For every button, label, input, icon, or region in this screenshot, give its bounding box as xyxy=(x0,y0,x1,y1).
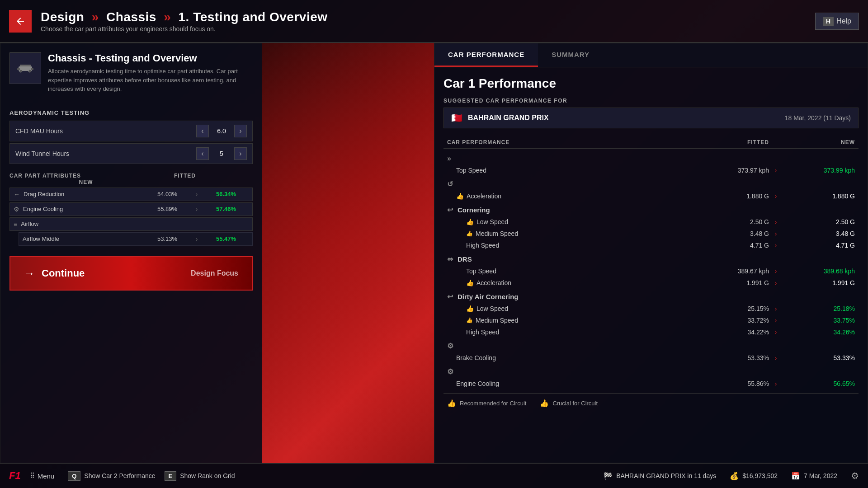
accel-icon: ↺ xyxy=(447,180,453,188)
breadcrumb-sep2: » xyxy=(164,10,171,24)
drs-accel-name: 👍 Acceleration xyxy=(466,279,697,286)
legend-crucial: 👍 Crucial for Circuit xyxy=(540,399,598,408)
dirty-low-thumb: 👍 xyxy=(466,305,474,312)
back-button[interactable] xyxy=(9,10,32,33)
airflow-middle-arrow: › xyxy=(190,235,203,243)
airflow-icon: ≡ xyxy=(14,221,17,228)
dirty-med-new: 33.75% xyxy=(783,317,855,324)
drs-topspeed-new: 389.68 kph xyxy=(783,267,855,275)
brake-fitted: 53.33% xyxy=(697,354,769,361)
drs-topspeed-name: Top Speed xyxy=(466,267,697,275)
cornering-med-name: 👍 Medium Speed xyxy=(466,230,697,237)
continue-button[interactable]: → Continue Design Focus xyxy=(9,256,253,291)
cornering-low-arrow: › xyxy=(769,218,783,225)
race-date: 18 Mar, 2022 (11 Days) xyxy=(785,114,851,122)
cornering-low-thumb: 👍 xyxy=(466,218,474,225)
perf-section-cornering: ↩ Cornering xyxy=(443,202,859,216)
drag-fitted: 54.03% xyxy=(145,191,190,197)
engine-fitted: 55.89% xyxy=(145,206,190,212)
drag-new: 56.34% xyxy=(203,191,249,197)
race-status-text: BAHRAIN GRAND PRIX in 11 days xyxy=(616,472,716,479)
cornering-high-fitted: 4.71 G xyxy=(697,242,769,249)
menu-button[interactable]: ⠿ Menu xyxy=(30,472,55,480)
cornering-med-arrow: › xyxy=(769,230,783,237)
perf-section-brake: ⚙ xyxy=(443,338,859,352)
dirty-med-arrow: › xyxy=(769,317,783,324)
dirty-icon: ↩ xyxy=(447,292,453,301)
funds-status: 💰 $16,973,502 xyxy=(730,472,778,480)
cornering-icon: ↩ xyxy=(447,206,453,214)
status-right: 🏁 BAHRAIN GRAND PRIX in 11 days 💰 $16,97… xyxy=(604,470,859,481)
airflow-name: Airflow xyxy=(21,221,38,227)
perf-row-cornering-high: High Speed 4.71 G › 4.71 G xyxy=(443,239,859,251)
cfd-row: CFD MAU Hours ‹ 6.0 › xyxy=(9,121,253,141)
right-tabs: CAR PERFORMANCE SUMMARY xyxy=(434,43,868,67)
engine-icon: ⚙ xyxy=(14,206,19,213)
dirty-label: Dirty Air Cornering xyxy=(458,293,518,300)
help-label: Help xyxy=(836,17,851,25)
legend-row: 👍 Recommended for Circuit 👍 Crucial for … xyxy=(443,393,859,413)
q-key: Q xyxy=(68,471,80,481)
wind-value: 5 xyxy=(212,150,231,157)
perf-col-fitted: FITTED xyxy=(697,139,769,145)
perf-section-dirty: ↩ Dirty Air Cornering xyxy=(443,289,859,303)
attr-airflow-middle: Airflow Middle 53.13% › 55.47% xyxy=(19,232,253,246)
breadcrumb: Design » Chassis » 1. Testing and Overvi… xyxy=(41,10,815,24)
perf-row-drs-topspeed: Top Speed 389.67 kph › 389.68 kph xyxy=(443,265,859,277)
cfd-increase[interactable]: › xyxy=(234,125,247,137)
engine-name: Engine Cooling xyxy=(23,206,63,212)
cfd-decrease[interactable]: ‹ xyxy=(196,125,209,137)
drs-topspeed-fitted: 389.67 kph xyxy=(697,267,769,275)
funds-text: $16,973,502 xyxy=(742,472,778,479)
cfd-control: ‹ 6.0 › xyxy=(196,125,247,137)
drag-name: Drag Reduction xyxy=(24,191,64,197)
calendar-icon: 📅 xyxy=(791,472,800,480)
legend-cru-icon: 👍 xyxy=(540,399,549,408)
wind-decrease[interactable]: ‹ xyxy=(196,147,209,160)
breadcrumb-design: Design xyxy=(41,10,84,24)
svg-rect-2 xyxy=(17,68,20,70)
funds-icon: 💰 xyxy=(730,472,739,480)
continue-arrow-icon: → xyxy=(24,267,35,280)
left-panel: Chassis - Testing and Overview Allocate … xyxy=(0,43,262,463)
perf-row-cornering-med: 👍 Medium Speed 3.48 G › 3.48 G xyxy=(443,228,859,239)
topspeed-name: Top Speed xyxy=(456,167,697,174)
settings-button[interactable]: ⚙ xyxy=(851,470,859,481)
attr-drag-reduction: ← Drag Reduction 54.03% › 56.34% xyxy=(9,188,253,201)
grid-label: Show Rank on Grid xyxy=(180,472,235,479)
perf-section-drs: ⇔ DRS xyxy=(443,251,859,265)
wind-control: ‹ 5 › xyxy=(196,147,247,160)
engine-arrow: › xyxy=(190,206,203,213)
dirty-med-name: 👍 Medium Speed xyxy=(466,317,697,324)
attr-section-label: CAR PART ATTRIBUTES xyxy=(9,173,162,179)
cornering-high-new: 4.71 G xyxy=(783,242,855,249)
header-subtitle: Choose the car part attributes your engi… xyxy=(41,25,815,33)
dirty-low-arrow: › xyxy=(769,305,783,312)
header: Design » Chassis » 1. Testing and Overvi… xyxy=(0,0,868,43)
wind-increase[interactable]: › xyxy=(234,147,247,160)
engine-new: 57.46% xyxy=(203,206,249,212)
drs-accel-arrow: › xyxy=(769,279,783,286)
dirty-low-new: 25.18% xyxy=(783,305,855,312)
car2-label: Show Car 2 Performance xyxy=(84,472,155,479)
tab-car-performance[interactable]: CAR PERFORMANCE xyxy=(434,43,538,67)
accel-arrow: › xyxy=(769,192,783,200)
e-key: E xyxy=(165,471,177,481)
shortcuts: Q Show Car 2 Performance E Show Rank on … xyxy=(68,471,604,481)
chassis-icon xyxy=(9,52,41,84)
eng-cool-name: Engine Cooling xyxy=(456,380,697,387)
legend-rec-icon: 👍 xyxy=(447,399,456,408)
perf-section-accel: ↺ xyxy=(443,176,859,190)
breadcrumb-chassis: Chassis xyxy=(106,10,156,24)
dirty-med-thumb: 👍 xyxy=(466,317,473,324)
help-button[interactable]: H Help xyxy=(815,13,859,30)
race-status-icon: 🏁 xyxy=(604,472,613,480)
right-content: Car 1 Performance SUGGESTED CAR PERFORMA… xyxy=(434,67,868,463)
tab-summary[interactable]: SUMMARY xyxy=(538,43,603,67)
dirty-low-name: 👍 Low Speed xyxy=(466,305,697,312)
shortcut-grid: E Show Rank on Grid xyxy=(165,471,235,481)
topspeed-fitted: 373.97 kph xyxy=(697,167,769,174)
perf-row-dirty-high: High Speed 34.22% › 34.26% xyxy=(443,326,859,338)
attr-new-label: NEW xyxy=(9,179,162,185)
drs-topspeed-arrow: › xyxy=(769,267,783,275)
